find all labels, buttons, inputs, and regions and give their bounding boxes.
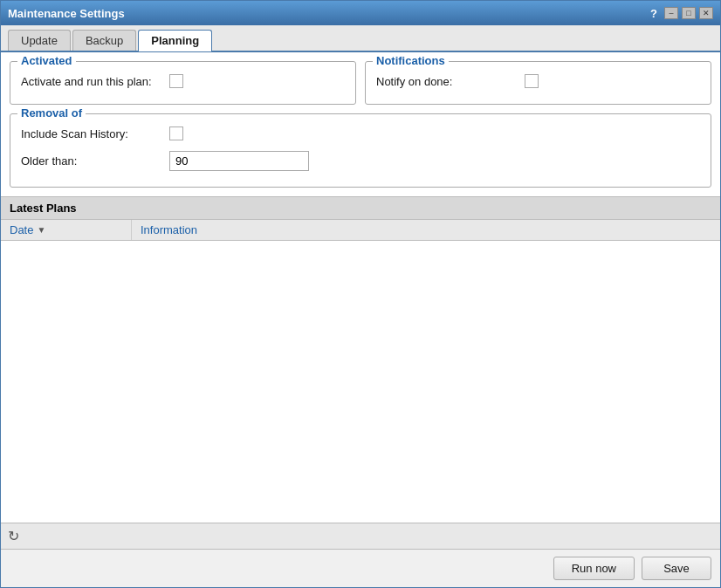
include-scan-checkbox[interactable]	[169, 126, 183, 140]
table-header: Date ▼ Information	[1, 220, 720, 241]
information-column-label: Information	[141, 223, 197, 236]
older-than-input[interactable]	[169, 151, 309, 171]
include-scan-label: Include Scan History:	[21, 127, 161, 140]
bottom-bar: ↻	[1, 523, 720, 549]
save-button[interactable]: Save	[642, 557, 711, 580]
help-button[interactable]: ?	[650, 7, 657, 20]
notify-row: Notify on done:	[376, 69, 700, 93]
tab-bar: Update Backup Planning	[1, 25, 720, 52]
run-now-button[interactable]: Run now	[553, 557, 635, 580]
tab-update[interactable]: Update	[8, 30, 71, 51]
window-title: Maintenance Settings	[8, 7, 125, 20]
close-button[interactable]: ✕	[699, 7, 713, 19]
removal-fieldset: Removal of Include Scan History: Older t…	[10, 113, 711, 188]
notifications-fieldset: Notifications Notify on done:	[365, 61, 711, 105]
sort-arrow-icon: ▼	[37, 225, 45, 235]
refresh-icon[interactable]: ↻	[8, 528, 19, 544]
notify-checkbox[interactable]	[525, 74, 539, 88]
latest-plans-title: Latest Plans	[1, 196, 720, 220]
minimize-button[interactable]: –	[664, 7, 678, 19]
date-column-header[interactable]: Date ▼	[1, 220, 132, 240]
title-bar-controls: ? – □ ✕	[650, 7, 713, 20]
information-column-header[interactable]: Information	[132, 220, 206, 240]
maximize-button[interactable]: □	[682, 7, 696, 19]
activate-row: Activate and run this plan:	[21, 69, 345, 93]
older-than-label: Older than:	[21, 154, 161, 168]
main-window: Maintenance Settings ? – □ ✕ Update Back…	[0, 0, 721, 588]
removal-legend: Removal of	[17, 106, 86, 120]
activate-label: Activate and run this plan:	[21, 75, 161, 88]
include-scan-row: Include Scan History:	[21, 121, 700, 146]
older-than-row: Older than:	[21, 146, 700, 176]
tab-backup[interactable]: Backup	[72, 30, 136, 51]
tab-planning[interactable]: Planning	[138, 30, 212, 51]
footer-buttons: Run now Save	[1, 549, 720, 587]
activate-checkbox[interactable]	[169, 74, 183, 88]
main-content: Activated Activate and run this plan: No…	[1, 52, 720, 549]
table-body	[1, 241, 720, 523]
title-bar: Maintenance Settings ? – □ ✕	[1, 1, 720, 25]
activated-fieldset: Activated Activate and run this plan:	[10, 61, 356, 105]
date-column-label: Date	[10, 223, 33, 236]
top-section: Activated Activate and run this plan: No…	[1, 52, 720, 113]
activated-legend: Activated	[17, 54, 76, 67]
notify-label: Notify on done:	[376, 75, 516, 88]
notifications-legend: Notifications	[373, 54, 449, 67]
